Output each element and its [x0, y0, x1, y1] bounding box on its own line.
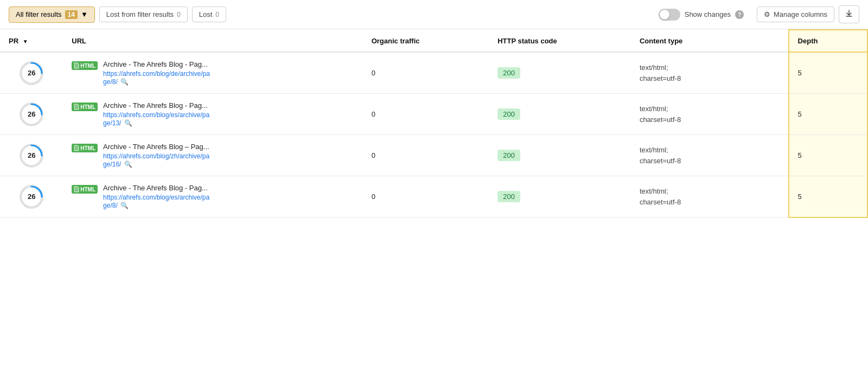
pr-cell: 26: [0, 52, 63, 94]
organic-traffic-cell: 0: [363, 135, 489, 176]
depth-cell: 5: [789, 52, 867, 94]
url-info: Archive - The Ahrefs Blog - Pag... https…: [103, 184, 209, 209]
data-table-container: PR ▼ URL Organic traffic HTTP status cod…: [0, 29, 868, 218]
col-header-pr[interactable]: PR ▼: [0, 30, 63, 52]
lost-count: 0: [215, 11, 219, 18]
url-link[interactable]: https://ahrefs.com/blog/es/archive/page/…: [103, 111, 209, 127]
http-status-cell: 200: [489, 135, 631, 176]
depth-value: 5: [798, 151, 802, 159]
url-title: Archive - The Ahrefs Blog – Pag...: [103, 143, 209, 151]
html-badge: HTML: [72, 144, 98, 152]
content-type-value: text/html;charset=utf-8: [640, 186, 780, 207]
content-type-cell: text/html;charset=utf-8: [631, 94, 789, 135]
url-title: Archive - The Ahrefs Blog - Pag...: [103, 60, 210, 68]
depth-cell: 5: [789, 176, 867, 217]
table-header-row: PR ▼ URL Organic traffic HTTP status cod…: [0, 30, 867, 52]
pr-cell: 26: [0, 135, 63, 176]
url-cell: HTML Archive - The Ahrefs Blog - Pag... …: [63, 94, 362, 135]
table-row: 26 HTML Archive - The Ahrefs Blog - Pag.…: [0, 94, 867, 135]
search-magnifier-icon[interactable]: 🔍: [120, 202, 129, 209]
organic-traffic-value: 0: [372, 151, 375, 159]
url-cell: HTML Archive - The Ahrefs Blog – Pag... …: [63, 135, 362, 176]
http-status-badge: 200: [497, 191, 520, 202]
depth-cell: 5: [789, 94, 867, 135]
search-magnifier-icon[interactable]: 🔍: [124, 161, 132, 168]
lost-filter-count: 0: [177, 11, 181, 18]
organic-traffic-cell: 0: [363, 52, 489, 94]
url-cell: HTML Archive - The Ahrefs Blog - Pag... …: [63, 52, 362, 94]
help-icon[interactable]: ?: [735, 10, 744, 19]
pr-cell: 26: [0, 94, 63, 135]
col-header-depth: Depth: [789, 30, 867, 52]
download-icon: [845, 9, 853, 20]
http-status-cell: 200: [489, 52, 631, 94]
content-type-cell: text/html;charset=utf-8: [631, 176, 789, 217]
depth-value: 5: [798, 193, 802, 201]
filter-all-label: All filter results: [16, 10, 62, 18]
show-changes-label: Show changes: [685, 10, 731, 18]
content-type-cell: text/html;charset=utf-8: [631, 135, 789, 176]
lost-label: Lost: [199, 10, 213, 18]
content-type-cell: text/html;charset=utf-8: [631, 52, 789, 94]
lost-button[interactable]: Lost 0: [192, 7, 226, 22]
url-title: Archive - The Ahrefs Blog - Pag...: [103, 101, 209, 110]
chevron-down-icon: ▼: [81, 10, 88, 18]
col-header-url: URL: [63, 30, 362, 52]
depth-value: 5: [798, 110, 802, 118]
filter-all-button[interactable]: All filter results 14 ▼: [9, 7, 95, 23]
data-table: PR ▼ URL Organic traffic HTTP status cod…: [0, 29, 868, 218]
pr-cell: 26: [0, 176, 63, 217]
url-info: Archive - The Ahrefs Blog - Pag... https…: [103, 101, 209, 127]
content-type-value: text/html;charset=utf-8: [640, 104, 780, 125]
table-row: 26 HTML Archive - The Ahrefs Blog - Pag.…: [0, 52, 867, 94]
col-header-organic-traffic: Organic traffic: [363, 30, 489, 52]
show-changes-toggle[interactable]: [659, 9, 680, 21]
http-status-cell: 200: [489, 94, 631, 135]
manage-columns-label: Manage columns: [774, 10, 827, 18]
table-row: 26 HTML Archive - The Ahrefs Blog – Pag.…: [0, 135, 867, 176]
search-magnifier-icon[interactable]: 🔍: [124, 119, 132, 127]
organic-traffic-value: 0: [372, 110, 375, 118]
sort-icon-pr: ▼: [23, 39, 28, 44]
col-header-content-type: Content type: [631, 30, 789, 52]
download-button[interactable]: [839, 5, 859, 23]
search-magnifier-icon[interactable]: 🔍: [120, 78, 129, 86]
http-status-cell: 200: [489, 176, 631, 217]
table-row: 26 HTML Archive - The Ahrefs Blog - Pag.…: [0, 176, 867, 217]
col-header-http-status: HTTP status code: [489, 30, 631, 52]
depth-cell: 5: [789, 135, 867, 176]
show-changes-area: Show changes ?: [659, 9, 744, 21]
html-badge: HTML: [72, 102, 98, 111]
organic-traffic-value: 0: [372, 193, 375, 201]
lost-filter-button[interactable]: Lost from filter results 0: [99, 7, 188, 22]
lost-filter-label: Lost from filter results: [106, 10, 174, 18]
content-type-value: text/html;charset=utf-8: [640, 145, 780, 166]
url-info: Archive - The Ahrefs Blog - Pag... https…: [103, 60, 210, 86]
content-type-value: text/html;charset=utf-8: [640, 62, 780, 84]
manage-columns-button[interactable]: ⚙ Manage columns: [757, 7, 834, 22]
depth-value: 5: [798, 69, 802, 77]
html-badge: HTML: [72, 61, 98, 70]
organic-traffic-cell: 0: [363, 176, 489, 217]
http-status-badge: 200: [497, 150, 520, 161]
organic-traffic-value: 0: [372, 69, 375, 77]
url-link[interactable]: https://ahrefs.com/blog/de/archive/page/…: [103, 70, 210, 86]
url-link[interactable]: https://ahrefs.com/blog/es/archive/page/…: [103, 194, 209, 209]
http-status-badge: 200: [497, 67, 520, 79]
toolbar: All filter results 14 ▼ Lost from filter…: [0, 0, 868, 29]
filter-all-count: 14: [65, 10, 78, 19]
url-link[interactable]: https://ahrefs.com/blog/zh/archive/page/…: [103, 152, 209, 168]
html-badge: HTML: [72, 185, 98, 194]
http-status-badge: 200: [497, 108, 520, 120]
url-title: Archive - The Ahrefs Blog - Pag...: [103, 184, 209, 192]
url-info: Archive - The Ahrefs Blog – Pag... https…: [103, 143, 209, 168]
gear-icon: ⚙: [764, 10, 770, 18]
url-cell: HTML Archive - The Ahrefs Blog - Pag... …: [63, 176, 362, 217]
organic-traffic-cell: 0: [363, 94, 489, 135]
